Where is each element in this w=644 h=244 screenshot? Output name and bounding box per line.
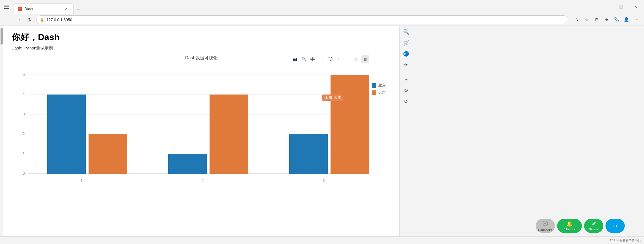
bookmark-star-button[interactable]: ☆: [582, 15, 591, 24]
page-subtitle: Dash: Python测试示例: [12, 46, 391, 51]
bar-beijing-2[interactable]: [168, 154, 207, 174]
maximize-button[interactable]: ⬜: [615, 2, 627, 11]
address-bar[interactable]: 🔒 127.0.0.1:8050: [36, 15, 568, 24]
lasso-tool-btn[interactable]: 💬: [326, 55, 334, 63]
back-button[interactable]: ←: [3, 15, 12, 24]
tab-title: Dash: [24, 7, 33, 11]
select-tool-btn[interactable]: ⬚: [317, 55, 325, 63]
server-label: Server: [589, 228, 598, 231]
svg-text:1: 1: [23, 151, 25, 156]
check-icon: ✔: [592, 221, 596, 227]
chart-tooltip: (3, 5) 天津: [322, 95, 343, 101]
callbacks-debug-btn[interactable]: Callbacks: [536, 219, 555, 233]
svg-text:2: 2: [202, 178, 204, 183]
favorites-button[interactable]: ★: [602, 15, 611, 24]
camera-tool-btn[interactable]: 📷: [291, 55, 299, 63]
sidebar-separator: [403, 72, 409, 72]
errors-label: 0 Errors: [564, 228, 575, 231]
right-arrow-icon: ›: [616, 223, 617, 228]
svg-text:3: 3: [23, 112, 25, 116]
legend-item-tianjin: 天津: [372, 90, 386, 95]
nav-right-buttons: 𝐀 ☆ ⊟ ★ 📎 👤 ⋯: [573, 15, 641, 24]
bing-sidebar-btn[interactable]: b: [401, 49, 411, 59]
status-text: CSDN @爱看书的小叽: [610, 238, 641, 242]
svg-rect-2: [4, 8, 9, 9]
legend-color-beijing: [372, 83, 376, 88]
errors-debug-btn[interactable]: 🔔 0 Errors: [557, 219, 582, 233]
zoom-tool-btn[interactable]: 🔍: [300, 55, 307, 63]
callbacks-icon: [542, 220, 548, 228]
svg-rect-1: [4, 7, 9, 7]
reader-mode-button[interactable]: 𝐀: [573, 15, 581, 24]
collections-button[interactable]: 📎: [612, 15, 621, 24]
forward-button[interactable]: →: [14, 15, 23, 24]
left-arrow-icon: ‹: [613, 223, 615, 228]
right-sidebar: 🔍 🛒 b ✈ ＋ ⚙ ↺: [399, 26, 412, 244]
svg-text:3: 3: [323, 178, 325, 183]
page-scrollbar[interactable]: [0, 26, 3, 244]
zoom-out-tool-btn[interactable]: －: [344, 55, 351, 63]
tooltip-coords: (3, 5): [324, 96, 332, 99]
more-button[interactable]: ⋯: [632, 15, 641, 24]
bar-tianjin-1[interactable]: [89, 134, 127, 174]
nav-arrows-debug-btn[interactable]: ‹ ›: [606, 219, 625, 233]
zoom-in-tool-btn[interactable]: ＋: [335, 55, 343, 63]
chart-toolbar: 📷 🔍 ➕ ⬚ 💬 ＋ － ⌂ ▦: [291, 55, 369, 63]
bar-tianjin-2[interactable]: [210, 95, 248, 174]
chart-legend: 北京 天津: [372, 83, 386, 95]
send-sidebar-btn[interactable]: ✈: [401, 60, 411, 70]
active-tab[interactable]: D Dash ✕: [13, 3, 74, 14]
tab-bar: D Dash ✕ +: [13, 0, 598, 14]
reset-tool-btn[interactable]: ⌂: [353, 55, 360, 63]
svg-text:5: 5: [23, 72, 25, 77]
bar-beijing-3[interactable]: [289, 134, 328, 174]
shopping-sidebar-btn[interactable]: 🛒: [401, 38, 411, 48]
page-title: 你好，Dash: [12, 31, 391, 43]
browser-menu-icon[interactable]: [2, 2, 11, 11]
chart-container: Dash数据可视化 📷 🔍 ➕ ⬚ 💬 ＋ － ⌂ ▦: [12, 55, 391, 206]
plus-tool-btn[interactable]: ➕: [309, 55, 316, 63]
rotate-sidebar-btn[interactable]: ↺: [401, 96, 411, 106]
url-text: 127.0.0.1:8050: [46, 18, 72, 22]
window-controls: — ⬜ ✕: [600, 2, 642, 11]
svg-text:b: b: [404, 52, 406, 56]
title-bar-left: [2, 2, 11, 11]
close-button[interactable]: ✕: [629, 2, 642, 11]
bing-search-sidebar-btn[interactable]: 🔍: [401, 27, 411, 37]
table-tool-btn[interactable]: ▦: [361, 55, 369, 63]
svg-text:4: 4: [23, 92, 25, 96]
navigation-bar: ← → ↻ 🔒 127.0.0.1:8050 𝐀 ☆ ⊟ ★ 📎 👤 ⋯: [0, 14, 644, 26]
server-debug-btn[interactable]: ✔ Server: [584, 219, 603, 233]
svg-text:0: 0: [23, 171, 25, 176]
svg-text:2: 2: [23, 132, 25, 136]
tab-favicon: D: [18, 7, 22, 11]
split-screen-button[interactable]: ⊟: [592, 15, 601, 24]
legend-item-beijing: 北京: [372, 83, 386, 88]
new-tab-button[interactable]: +: [74, 5, 82, 14]
bar-beijing-1[interactable]: [47, 95, 86, 174]
tooltip-city: 天津: [334, 96, 341, 99]
callbacks-label: Callbacks: [538, 228, 552, 232]
lock-icon: 🔒: [40, 18, 44, 22]
chart-wrapper: (3, 5) 天津 5 4: [12, 69, 391, 197]
tab-close-btn[interactable]: ✕: [64, 6, 69, 12]
add-sidebar-btn[interactable]: ＋: [401, 74, 411, 84]
minimize-button[interactable]: —: [600, 2, 613, 11]
svg-text:1: 1: [81, 178, 83, 183]
svg-text:D: D: [19, 8, 21, 10]
bell-icon: 🔔: [566, 221, 573, 227]
scroll-thumb[interactable]: [1, 28, 3, 45]
legend-label-tianjin: 天津: [378, 90, 386, 95]
refresh-button[interactable]: ↻: [25, 15, 34, 24]
svg-rect-0: [4, 5, 9, 5]
bar-chart-svg: 5 4 3 2 1 0 1: [12, 69, 391, 196]
page-content: 你好，Dash Dash: Python测试示例 Dash数据可视化 📷 🔍 ➕…: [3, 26, 399, 244]
profile-button[interactable]: 👤: [622, 15, 631, 24]
legend-label-beijing: 北京: [378, 83, 386, 88]
status-bar: CSDN @爱看书的小叽: [0, 236, 644, 244]
debug-buttons-container: Callbacks 🔔 0 Errors ✔ Server ‹ ›: [536, 219, 625, 233]
legend-color-tianjin: [372, 90, 376, 95]
settings-sidebar-btn[interactable]: ⚙: [401, 85, 411, 95]
bar-tianjin-3[interactable]: [331, 75, 369, 174]
